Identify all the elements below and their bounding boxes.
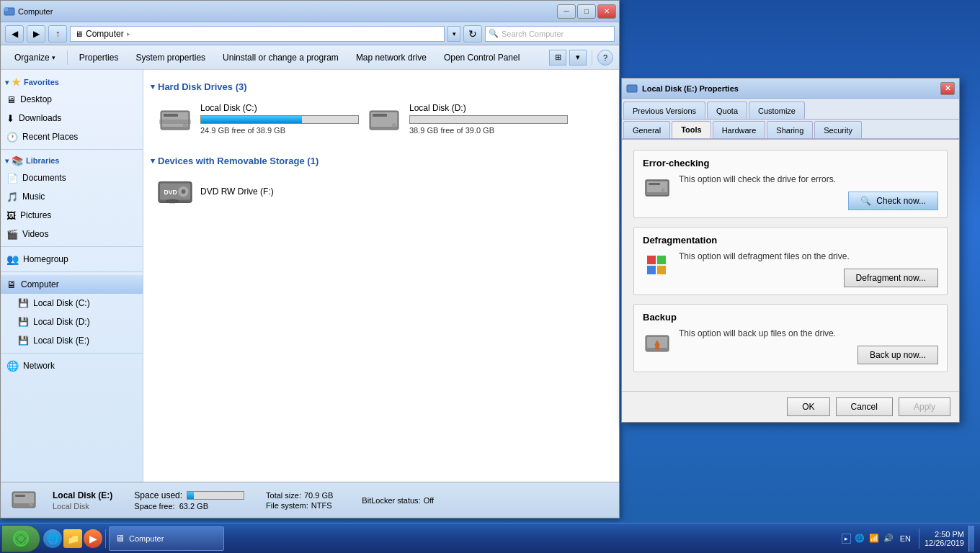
tab-tools[interactable]: Tools	[672, 121, 711, 138]
back-button[interactable]: ◀	[5, 25, 24, 42]
sidebar-item-pictures[interactable]: 🖼 Pictures	[1, 206, 143, 225]
removable-grid: DVD DVD RW Drive (F:)	[151, 172, 612, 222]
tray-signal-icon[interactable]: 📶	[868, 533, 880, 544]
favorites-label: Favorites	[24, 78, 59, 86]
maximize-button[interactable]: □	[577, 4, 596, 19]
tab-hardware[interactable]: Hardware	[713, 121, 766, 138]
libraries-section: 📚 Libraries 📄 Documents 🎵 Music 🖼 Pictur…	[1, 153, 143, 243]
svg-rect-29	[657, 266, 666, 274]
sidebar-item-music[interactable]: 🎵 Music	[1, 187, 143, 206]
dialog-title-icon	[626, 83, 638, 94]
dialog-close-button[interactable]: ✕	[940, 82, 955, 95]
tray-clock[interactable]: 2:50 PM 12/26/2019	[925, 530, 964, 547]
properties-button[interactable]: Properties	[71, 48, 127, 67]
removable-chevron: ▾	[151, 156, 155, 166]
dialog-title-bar: Local Disk (E:) Properties ✕	[622, 78, 959, 99]
tab-previous-versions[interactable]: Previous Versions	[623, 102, 705, 119]
media-quick-launch[interactable]: ▶	[84, 529, 102, 548]
show-desktop-button[interactable]	[968, 526, 974, 552]
control-panel-button[interactable]: Open Control Panel	[436, 48, 527, 67]
dvd-drive-item[interactable]: DVD DVD RW Drive (F:)	[151, 172, 352, 211]
svg-rect-9	[373, 114, 387, 117]
forward-button[interactable]: ▶	[27, 25, 45, 42]
title-bar-controls: ─ □ ✕	[557, 4, 616, 19]
drive-c-info: Local Disk (C:) 24.9 GB free of 38.9 GB	[200, 103, 359, 135]
drive-item-c[interactable]: Local Disk (C:) 24.9 GB free of 38.9 GB	[151, 98, 352, 140]
address-icon: 🖥	[75, 30, 83, 38]
uninstall-button[interactable]: Uninstall or change a program	[215, 48, 347, 67]
sidebar-item-recent[interactable]: 🕐 Recent Places	[1, 127, 143, 146]
map-network-button[interactable]: Map network drive	[348, 48, 435, 67]
system-properties-button[interactable]: System properties	[128, 48, 213, 67]
svg-rect-27	[657, 256, 666, 264]
tray-network-icon[interactable]: 🌐	[854, 533, 865, 544]
videos-icon: 🎬	[6, 229, 18, 240]
defragment-now-button[interactable]: Defragment now...	[844, 269, 938, 287]
tab-security[interactable]: Security	[814, 121, 862, 138]
view-options-button[interactable]: ⊞	[549, 50, 566, 66]
ok-button[interactable]: OK	[787, 397, 829, 416]
tray-expand-icon[interactable]: ▸	[842, 534, 851, 544]
search-box[interactable]: 🔍 Search Computer	[485, 26, 615, 42]
address-field[interactable]: 🖥 Computer ▸	[70, 26, 445, 42]
space-free-val: 63.2 GB	[179, 502, 208, 511]
favorites-header[interactable]: ★ Favorites	[1, 74, 143, 90]
organize-button[interactable]: Organize ▾	[6, 48, 63, 67]
sidebar-item-documents[interactable]: 📄 Documents	[1, 168, 143, 187]
svg-point-25	[662, 189, 665, 192]
svg-rect-21	[627, 85, 637, 92]
address-text: Computer	[86, 29, 124, 39]
hard-drives-header: ▾ Hard Disk Drives (3)	[151, 77, 612, 98]
minimize-button[interactable]: ─	[557, 4, 576, 19]
tab-sharing[interactable]: Sharing	[767, 121, 813, 138]
up-button[interactable]: ↑	[48, 25, 67, 42]
drive-c-icon	[157, 104, 193, 133]
favorites-section: ★ Favorites 🖥 Desktop ⬇ Downloads 🕐 Rece…	[1, 74, 143, 146]
favorites-chevron	[5, 78, 9, 86]
tab-customize[interactable]: Customize	[749, 102, 805, 119]
total-size-val: 70.9 GB	[304, 491, 333, 500]
drive-d-size: 38.9 GB free of 39.0 GB	[409, 126, 568, 135]
address-dropdown[interactable]: ▾	[447, 26, 460, 42]
sidebar-item-local-e[interactable]: 💾 Local Disk (E:)	[1, 331, 143, 350]
pictures-icon: 🖼	[6, 210, 16, 221]
backup-now-button[interactable]: Back up now...	[858, 346, 938, 364]
ie-quick-launch[interactable]: 🌐	[43, 529, 62, 548]
dvd-drive-icon: DVD	[157, 177, 193, 206]
favorites-star-icon: ★	[12, 76, 21, 88]
explorer-title-icon	[4, 6, 15, 17]
drive-item-d[interactable]: Local Disk (D:) 38.9 GB free of 39.0 GB	[360, 98, 561, 140]
help-button[interactable]: ?	[597, 50, 613, 66]
svg-rect-24	[649, 183, 660, 185]
status-total-segment: Total size: 70.9 GB File system: NTFS	[266, 491, 333, 510]
view-dropdown-button[interactable]: ▾	[569, 50, 587, 66]
tray-volume-icon[interactable]: 🔊	[883, 533, 894, 544]
close-button[interactable]: ✕	[597, 4, 616, 19]
cancel-button[interactable]: Cancel	[836, 397, 893, 416]
sidebar-item-local-c[interactable]: 💾 Local Disk (C:)	[1, 294, 143, 313]
sidebar-item-local-d[interactable]: 💾 Local Disk (D:)	[1, 313, 143, 331]
disk-e-icon: 💾	[18, 336, 29, 346]
tab-general[interactable]: General	[623, 121, 670, 138]
taskbar-item-computer[interactable]: 🖥 Computer	[109, 526, 224, 551]
apply-button[interactable]: Apply	[899, 397, 950, 416]
sidebar-item-downloads[interactable]: ⬇ Downloads	[1, 109, 143, 127]
drive-c-size: 24.9 GB free of 38.9 GB	[200, 126, 359, 135]
backup-icon	[643, 328, 672, 357]
sidebar-item-network[interactable]: 🌐 Network	[1, 356, 143, 375]
properties-dialog: Local Disk (E:) Properties ✕ Previous Ve…	[621, 78, 960, 423]
language-indicator[interactable]: EN	[897, 533, 914, 544]
sidebar-item-computer[interactable]: 🖥 Computer	[1, 275, 143, 294]
sidebar-item-videos[interactable]: 🎬 Videos	[1, 225, 143, 243]
backup-title: Backup	[643, 312, 938, 323]
sidebar-item-desktop[interactable]: 🖥 Desktop	[1, 90, 143, 109]
folder-quick-launch[interactable]: 📁	[63, 529, 82, 548]
tab-quota[interactable]: Quota	[707, 102, 747, 119]
sidebar-item-homegroup[interactable]: 👥 Homegroup	[1, 250, 143, 269]
libraries-header[interactable]: 📚 Libraries	[1, 153, 143, 168]
start-button[interactable]	[1, 525, 40, 552]
check-now-button[interactable]: 🔍 Check now...	[848, 192, 938, 210]
svg-rect-28	[647, 266, 656, 274]
dialog-content: Error-checking This option will check th…	[622, 140, 959, 391]
refresh-button[interactable]: ↻	[463, 25, 482, 42]
